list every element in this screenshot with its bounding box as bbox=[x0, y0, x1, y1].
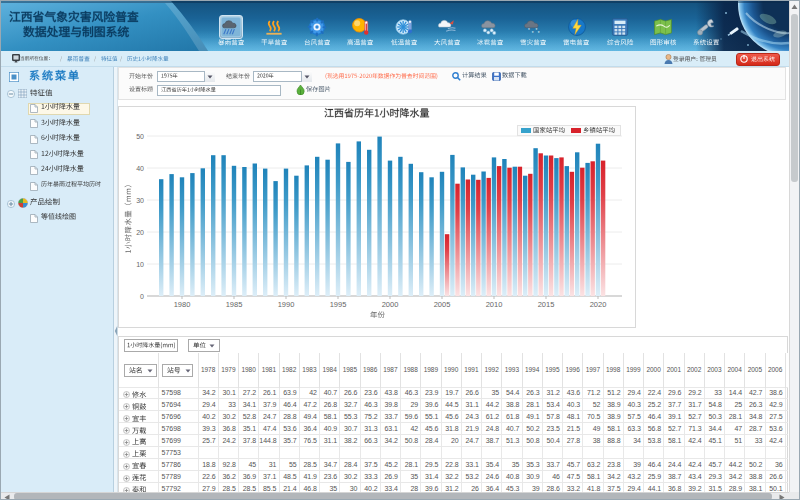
svg-text:2000: 2000 bbox=[382, 300, 399, 309]
svg-text:10: 10 bbox=[136, 261, 144, 268]
svg-text:30: 30 bbox=[136, 197, 144, 204]
svg-text:1990: 1990 bbox=[278, 300, 295, 309]
svg-text:40: 40 bbox=[136, 165, 144, 172]
svg-text:2010: 2010 bbox=[486, 300, 503, 309]
svg-text:50: 50 bbox=[136, 133, 144, 140]
svg-text:*: * bbox=[528, 28, 530, 33]
svg-text:1980: 1980 bbox=[174, 300, 191, 309]
svg-text:1995: 1995 bbox=[330, 300, 347, 309]
svg-text:20: 20 bbox=[136, 229, 144, 236]
svg-text:*: * bbox=[538, 31, 540, 36]
svg-text:2005: 2005 bbox=[434, 300, 451, 309]
svg-text:2020: 2020 bbox=[590, 300, 607, 309]
svg-text:0: 0 bbox=[140, 293, 144, 300]
svg-text:1985: 1985 bbox=[226, 300, 243, 309]
svg-text:*: * bbox=[532, 31, 534, 36]
svg-text:2015: 2015 bbox=[538, 300, 555, 309]
